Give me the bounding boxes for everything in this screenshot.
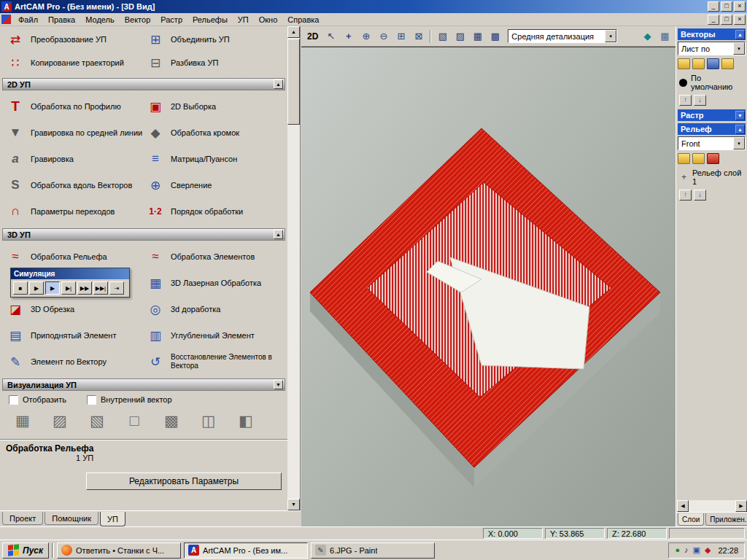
- panel-scrollbar[interactable]: ▲ ▼: [287, 26, 300, 510]
- machine-along-vectors-item[interactable]: S Обработка вдоль Векторов: [4, 172, 144, 198]
- menu-file[interactable]: Файл: [13, 14, 43, 26]
- sim-play-pause-button[interactable]: ▶: [29, 281, 44, 295]
- tab-toolpaths[interactable]: УП: [100, 512, 125, 526]
- antivirus-icon[interactable]: ●: [675, 546, 680, 554]
- detail-level-combo[interactable]: Средняя детализация ▼: [508, 29, 617, 43]
- sim-step-button[interactable]: ▶|: [61, 281, 76, 295]
- combo-arrow-icon[interactable]: ▼: [605, 30, 616, 42]
- shade-simulation-icon[interactable]: ▩: [159, 411, 184, 431]
- minimize-button[interactable]: _: [708, 1, 719, 12]
- shaded-view-icon[interactable]: ◆: [640, 28, 655, 44]
- relief-layer-item[interactable]: + Рельеф слой 1: [676, 166, 747, 188]
- relief-side-arrow-icon[interactable]: ▼: [733, 137, 745, 149]
- link-moves-item[interactable]: ∩ Параметры переходов: [4, 198, 144, 225]
- display-checkbox[interactable]: [9, 395, 18, 405]
- task-browser[interactable]: Ответить • Станки с Ч...: [57, 542, 181, 559]
- tab-assistant[interactable]: Помощник: [44, 512, 98, 525]
- engraving-item[interactable]: a Гравировка: [4, 146, 144, 172]
- 3d-rework-item[interactable]: ◎ 3d доработка: [144, 296, 287, 322]
- zoom-window-icon[interactable]: ⊞: [393, 28, 409, 44]
- vectors-collapse-icon[interactable]: ▲: [735, 30, 745, 39]
- export-simulation-icon[interactable]: ◧: [233, 411, 258, 431]
- save-layer-icon[interactable]: [707, 58, 719, 69]
- 3d-canvas[interactable]: [301, 47, 676, 526]
- scroll-up-icon[interactable]: ▲: [287, 26, 300, 38]
- menu-reliefs[interactable]: Рельефы: [187, 14, 233, 26]
- child-minimize-button[interactable]: _: [708, 15, 719, 25]
- collapse-2d-button[interactable]: ▲: [274, 79, 283, 89]
- simulate-fast-icon[interactable]: ▧: [85, 411, 109, 431]
- new-layer-icon[interactable]: [678, 58, 690, 69]
- relief-side-combo[interactable]: Front ▼: [678, 136, 746, 150]
- relief-options-icon[interactable]: [707, 153, 719, 164]
- vector-layer-up-icon[interactable]: ↑: [679, 95, 692, 106]
- zoom-out-icon[interactable]: ⊖: [376, 28, 391, 44]
- vector-layer-down-icon[interactable]: ↓: [694, 95, 706, 106]
- vector-sheet-arrow-icon[interactable]: ▼: [733, 42, 745, 55]
- relief-layer-up-icon[interactable]: ↑: [679, 190, 692, 201]
- area-clearance-item[interactable]: ▣ 2D Выборка: [144, 93, 287, 120]
- feature-machining-item[interactable]: ≈ Обработка Элементов: [144, 244, 287, 270]
- relief-layer-down-icon[interactable]: ↓: [694, 190, 706, 201]
- machining-order-item[interactable]: 1·2 Порядок обработки: [144, 198, 287, 225]
- iso-view-2-icon[interactable]: ▨: [452, 28, 468, 44]
- split-toolpath-item[interactable]: ⊟ Разбивка УП: [144, 51, 287, 74]
- menu-toolpaths[interactable]: УП: [233, 14, 254, 26]
- rotate-view-icon[interactable]: ↖: [323, 28, 338, 44]
- sim-skip-button[interactable]: ▶▶|: [93, 281, 108, 295]
- collapse-visualization-button[interactable]: ▼: [274, 380, 283, 389]
- tab-layers[interactable]: Слои: [678, 513, 704, 526]
- layer-color-icon[interactable]: [679, 79, 687, 87]
- child-close-button[interactable]: ×: [734, 15, 746, 25]
- transform-toolpath-item[interactable]: ⇄ Преобразование УП: [4, 28, 144, 51]
- right-panel-scrollbar[interactable]: ◀ ▶: [677, 500, 747, 512]
- close-button[interactable]: ×: [734, 1, 746, 12]
- update-icon[interactable]: ◆: [705, 546, 711, 554]
- simulate-block-icon[interactable]: ▦: [10, 411, 35, 431]
- sim-play-button[interactable]: ▶: [45, 281, 60, 295]
- child-restore-button[interactable]: □: [721, 15, 732, 25]
- draft-grid-icon[interactable]: ▦: [657, 28, 673, 44]
- sim-to-end-button[interactable]: ⇥: [109, 281, 124, 295]
- menu-raster[interactable]: Растр: [155, 14, 187, 26]
- zoom-extents-icon[interactable]: ⊠: [411, 28, 426, 44]
- relief-combine-icon[interactable]: +: [679, 173, 689, 182]
- matrix-punch-item[interactable]: ≡ Матрица/Пуансон: [144, 146, 287, 172]
- sim-stop-button[interactable]: ■: [13, 281, 28, 295]
- task-paint[interactable]: ✎ 6.JPG - Paint: [311, 542, 435, 559]
- new-relief-layer-icon[interactable]: [678, 153, 690, 164]
- inner-vector-checkbox[interactable]: [87, 395, 96, 405]
- scroll-left-icon[interactable]: ◀: [677, 500, 689, 512]
- iso-view-4-icon[interactable]: ▩: [487, 28, 503, 44]
- raised-feature-item[interactable]: ▤ Приподнятый Элемент: [4, 322, 144, 349]
- volume-icon[interactable]: ♪: [684, 546, 689, 554]
- menu-edit[interactable]: Правка: [43, 14, 80, 26]
- save-simulation-icon[interactable]: ◫: [196, 411, 221, 431]
- raster-collapse-icon[interactable]: ▼: [735, 111, 745, 120]
- vector-layer-item[interactable]: По умолчанию: [676, 71, 747, 93]
- sim-fast-forward-button[interactable]: ▶▶: [77, 281, 92, 295]
- tab-applications[interactable]: Приложен.: [705, 513, 747, 526]
- relief-machining-item[interactable]: ≈ Обработка Рельефа: [4, 244, 144, 270]
- start-button[interactable]: Пуск: [2, 542, 49, 559]
- iso-view-1-icon[interactable]: ▧: [435, 28, 450, 44]
- menu-window[interactable]: Окно: [254, 14, 283, 26]
- relief-collapse-icon[interactable]: ▲: [735, 125, 745, 134]
- menu-vector[interactable]: Вектор: [120, 14, 156, 26]
- delete-simulation-icon[interactable]: □: [122, 411, 147, 431]
- task-artcam[interactable]: A ArtCAM Pro - (Без им...: [184, 542, 308, 559]
- recessed-feature-item[interactable]: ▥ Углубленный Элемент: [144, 322, 287, 349]
- copy-toolpath-item[interactable]: ∷ Копирование траекторий: [4, 51, 144, 74]
- network-icon[interactable]: ▣: [693, 546, 700, 554]
- iso-view-3-icon[interactable]: ▦: [470, 28, 485, 44]
- menu-model[interactable]: Модель: [80, 14, 119, 26]
- restore-features-item[interactable]: ↺ Восстановление Элементов в Вектора: [144, 349, 287, 375]
- menu-help[interactable]: Справка: [282, 14, 324, 26]
- vector-sheet-combo[interactable]: Лист по ▼: [678, 42, 746, 55]
- simulate-toolpath-icon[interactable]: ▨: [47, 411, 72, 431]
- zoom-in-icon[interactable]: ⊕: [358, 28, 374, 44]
- 3d-cut-item[interactable]: ◪ 3D Обрезка: [4, 296, 144, 322]
- merge-toolpath-item[interactable]: ⊞ Объединить УП: [144, 28, 287, 51]
- collapse-3d-button[interactable]: ▲: [274, 230, 283, 239]
- edit-parameters-button[interactable]: Редактировать Параметры: [86, 472, 282, 490]
